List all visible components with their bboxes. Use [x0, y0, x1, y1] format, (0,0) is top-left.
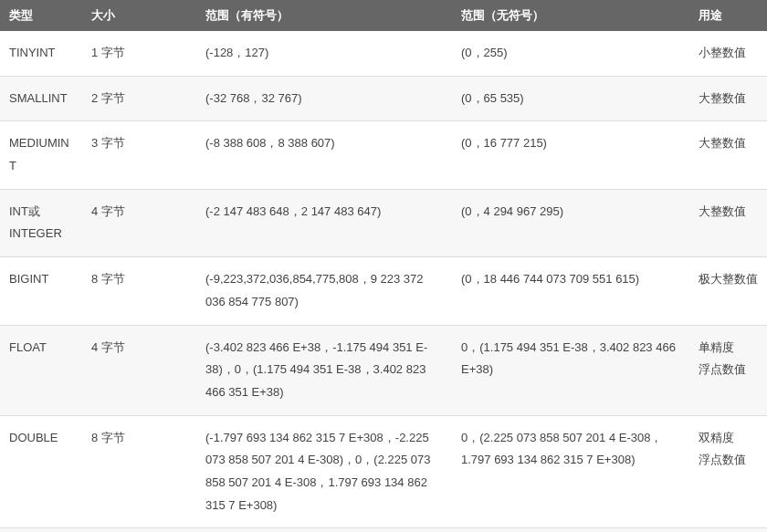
table-row: DOUBLE8 字节(-1.797 693 134 862 315 7 E+30…: [0, 415, 767, 528]
col-header-use: 用途: [689, 0, 767, 31]
cell-type: DECIMAL: [0, 528, 82, 532]
cell-use: 小整数值: [689, 31, 767, 76]
cell-signed: 依赖于M和D的值: [196, 528, 452, 532]
col-header-size: 大小: [82, 0, 196, 31]
cell-size: 2 字节: [82, 76, 196, 121]
cell-use: 大整数值: [689, 189, 767, 256]
cell-use: 单精度浮点数值: [689, 325, 767, 415]
cell-type: SMALLINT: [0, 76, 82, 121]
cell-size: 3 字节: [82, 121, 196, 189]
col-header-signed: 范围（有符号）: [196, 0, 452, 31]
col-header-type: 类型: [0, 0, 82, 31]
cell-unsigned: 0，(1.175 494 351 E-38，3.402 823 466 E+38…: [452, 325, 689, 415]
cell-size: 1 字节: [82, 31, 196, 76]
cell-unsigned: 0，(2.225 073 858 507 201 4 E-308，1.797 6…: [452, 415, 689, 528]
data-types-table: 类型 大小 范围（有符号） 范围（无符号） 用途 TINYINT1 字节(-12…: [0, 0, 767, 532]
cell-signed: (-32 768，32 767): [196, 76, 452, 121]
table-row: INT或INTEGER4 字节(-2 147 483 648，2 147 483…: [0, 189, 767, 256]
cell-use: 大整数值: [689, 76, 767, 121]
cell-use: 小数值: [689, 528, 767, 532]
table-header-row: 类型 大小 范围（有符号） 范围（无符号） 用途: [0, 0, 767, 31]
cell-unsigned: (0，4 294 967 295): [452, 189, 689, 256]
cell-unsigned: (0，18 446 744 073 709 551 615): [452, 257, 689, 325]
cell-size: 对DECIMAL(M,D) ，如果M>D，为M+2否则为D+2: [82, 528, 196, 532]
table-row: BIGINT8 字节(-9,223,372,036,854,775,808，9 …: [0, 257, 767, 325]
cell-use: 大整数值: [689, 121, 767, 189]
table-row: DECIMAL对DECIMAL(M,D) ，如果M>D，为M+2否则为D+2依赖…: [0, 528, 767, 532]
cell-use: 极大整数值: [689, 257, 767, 325]
cell-signed: (-8 388 608，8 388 607): [196, 121, 452, 189]
cell-type: INT或INTEGER: [0, 189, 82, 256]
table-row: MEDIUMINT3 字节(-8 388 608，8 388 607)(0，16…: [0, 121, 767, 189]
cell-type: FLOAT: [0, 325, 82, 415]
col-header-unsigned: 范围（无符号）: [452, 0, 689, 31]
table-row: FLOAT4 字节(-3.402 823 466 E+38，-1.175 494…: [0, 325, 767, 415]
cell-type: MEDIUMINT: [0, 121, 82, 189]
cell-use: 双精度浮点数值: [689, 415, 767, 528]
cell-type: DOUBLE: [0, 415, 82, 528]
cell-signed: (-128，127): [196, 31, 452, 76]
cell-size: 8 字节: [82, 415, 196, 528]
table-row: SMALLINT2 字节(-32 768，32 767)(0，65 535)大整…: [0, 76, 767, 121]
cell-unsigned: (0，65 535): [452, 76, 689, 121]
cell-size: 4 字节: [82, 325, 196, 415]
cell-signed: (-1.797 693 134 862 315 7 E+308，-2.225 0…: [196, 415, 452, 528]
cell-size: 8 字节: [82, 257, 196, 325]
cell-unsigned: 依赖于M和D的值: [452, 528, 689, 532]
cell-signed: (-3.402 823 466 E+38，-1.175 494 351 E-38…: [196, 325, 452, 415]
cell-size: 4 字节: [82, 189, 196, 256]
cell-signed: (-2 147 483 648，2 147 483 647): [196, 189, 452, 256]
cell-type: BIGINT: [0, 257, 82, 325]
cell-signed: (-9,223,372,036,854,775,808，9 223 372 03…: [196, 257, 452, 325]
cell-type: TINYINT: [0, 31, 82, 76]
cell-unsigned: (0，16 777 215): [452, 121, 689, 189]
table-row: TINYINT1 字节(-128，127)(0，255)小整数值: [0, 31, 767, 76]
cell-unsigned: (0，255): [452, 31, 689, 76]
